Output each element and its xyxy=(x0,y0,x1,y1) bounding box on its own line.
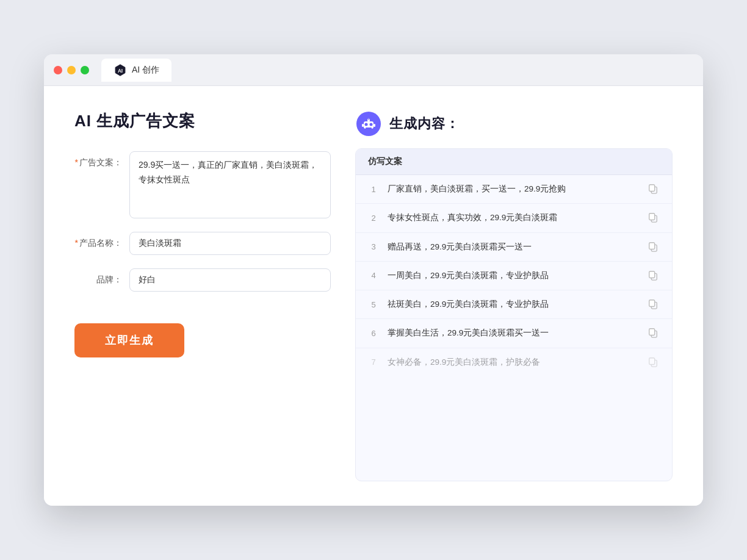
copy-button[interactable] xyxy=(648,241,660,253)
copy-button[interactable] xyxy=(648,327,660,339)
svg-point-7 xyxy=(368,118,370,120)
row-text: 厂家直销，美白淡斑霜，买一送一，29.9元抢购 xyxy=(388,183,639,195)
table-row: 6掌握美白生活，29.9元美白淡斑霜买一送一 xyxy=(356,319,672,348)
generate-button[interactable]: 立即生成 xyxy=(74,323,184,357)
product-name-label: *产品名称： xyxy=(74,232,129,249)
copy-button[interactable] xyxy=(648,183,660,195)
row-text: 女神必备，29.9元美白淡斑霜，护肤必备 xyxy=(388,356,639,368)
row-text: 赠品再送，29.9元美白淡斑霜买一送一 xyxy=(388,241,639,253)
brand-group: 品牌： xyxy=(74,268,331,292)
minimize-button[interactable] xyxy=(67,66,76,74)
copy-button[interactable] xyxy=(648,356,660,368)
row-text: 专抹女性斑点，真实功效，29.9元美白淡斑霜 xyxy=(388,212,639,224)
results-table: 仿写文案 1厂家直销，美白淡斑霜，买一送一，29.9元抢购 2专抹女性斑点，真实… xyxy=(355,148,673,481)
left-panel: AI 生成广告文案 *广告文案： *产品名称： 品牌： 立 xyxy=(74,110,331,481)
table-header: 仿写文案 xyxy=(356,149,672,175)
table-row: 7女神必备，29.9元美白淡斑霜，护肤必备 xyxy=(356,348,672,376)
svg-rect-10 xyxy=(366,127,372,129)
table-row: 5祛斑美白，29.9元美白淡斑霜，专业护肤品 xyxy=(356,290,672,319)
right-panel: 生成内容： 仿写文案 1厂家直销，美白淡斑霜，买一送一，29.9元抢购 2专抹女… xyxy=(355,110,673,481)
ai-tab-icon: AI xyxy=(114,63,127,77)
product-name-group: *产品名称： xyxy=(74,232,331,255)
robot-icon xyxy=(355,110,382,137)
browser-window: AI AI 创作 AI 生成广告文案 *广告文案： *产品名称： xyxy=(44,54,703,506)
browser-content: AI 生成广告文案 *广告文案： *产品名称： 品牌： 立 xyxy=(44,86,703,506)
svg-rect-14 xyxy=(649,214,655,220)
row-text: 掌握美白生活，29.9元美白淡斑霜买一送一 xyxy=(388,327,639,339)
svg-rect-8 xyxy=(362,124,364,127)
table-row: 3赠品再送，29.9元美白淡斑霜买一送一 xyxy=(356,233,672,262)
required-star-ad: * xyxy=(75,157,78,167)
brand-label: 品牌： xyxy=(74,268,129,285)
close-button[interactable] xyxy=(54,66,62,74)
ad-copy-label: *广告文案： xyxy=(74,151,129,168)
svg-text:AI: AI xyxy=(118,68,123,73)
svg-point-5 xyxy=(370,123,373,126)
ad-copy-group: *广告文案： xyxy=(74,151,331,218)
page-title: AI 生成广告文案 xyxy=(74,110,331,132)
svg-rect-22 xyxy=(649,329,655,336)
row-number: 1 xyxy=(368,185,379,194)
svg-point-4 xyxy=(365,123,368,126)
traffic-lights xyxy=(54,66,89,74)
row-number: 3 xyxy=(368,242,379,251)
table-row: 2专抹女性斑点，真实功效，29.9元美白淡斑霜 xyxy=(356,204,672,232)
result-header: 生成内容： xyxy=(355,110,673,137)
row-number: 6 xyxy=(368,329,379,338)
svg-rect-16 xyxy=(649,242,655,249)
table-row: 4一周美白，29.9元美白淡斑霜，专业护肤品 xyxy=(356,262,672,290)
row-number: 2 xyxy=(368,214,379,223)
tab-label: AI 创作 xyxy=(132,65,159,76)
result-title: 生成内容： xyxy=(389,115,460,133)
table-row: 1厂家直销，美白淡斑霜，买一送一，29.9元抢购 xyxy=(356,175,672,204)
ad-copy-input[interactable] xyxy=(129,151,331,218)
row-text: 祛斑美白，29.9元美白淡斑霜，专业护肤品 xyxy=(388,298,639,311)
product-name-input[interactable] xyxy=(129,232,331,255)
browser-tab[interactable]: AI AI 创作 xyxy=(101,59,171,82)
svg-rect-24 xyxy=(649,357,655,364)
copy-button[interactable] xyxy=(648,298,660,311)
required-star-product: * xyxy=(75,238,78,248)
row-number: 4 xyxy=(368,271,379,280)
row-number: 5 xyxy=(368,300,379,309)
copy-button[interactable] xyxy=(648,212,660,224)
svg-rect-20 xyxy=(649,300,655,307)
svg-rect-12 xyxy=(649,185,655,192)
brand-input[interactable] xyxy=(129,268,331,292)
titlebar: AI AI 创作 xyxy=(44,54,703,86)
maximize-button[interactable] xyxy=(81,66,89,74)
copy-button[interactable] xyxy=(648,270,660,282)
svg-rect-18 xyxy=(649,271,655,278)
row-text: 一周美白，29.9元美白淡斑霜，专业护肤品 xyxy=(388,270,639,282)
svg-rect-9 xyxy=(374,124,375,127)
row-number: 7 xyxy=(368,357,379,367)
